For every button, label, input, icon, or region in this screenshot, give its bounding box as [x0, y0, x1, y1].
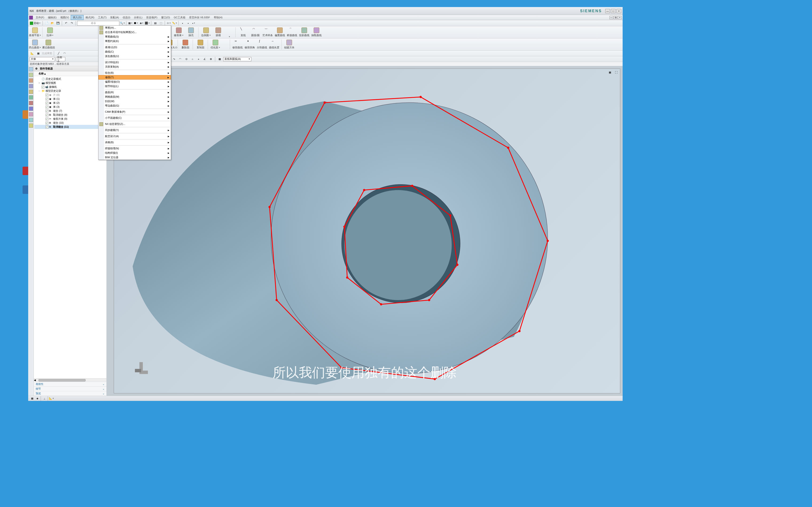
meas-icon[interactable]: 📏▼ [172, 21, 177, 26]
dropdown-item[interactable]: 细节特征(L)▶ [98, 84, 171, 89]
view-fit[interactable]: ▦ [607, 70, 613, 75]
tree-item[interactable]: ✓⧉取消缝合 (8) [34, 113, 106, 117]
tab-10[interactable] [29, 118, 33, 122]
ext1-icon[interactable]: • [180, 21, 185, 26]
maximize-button[interactable]: □ [611, 9, 616, 13]
mdi-close[interactable]: × [618, 16, 622, 19]
close-button[interactable]: × [616, 9, 621, 13]
mdi-restore[interactable]: ⧉ [614, 16, 617, 19]
tab-9[interactable] [29, 112, 33, 116]
dropdown-item[interactable]: CAM 数据准备(P)▶ [98, 110, 171, 114]
dropdown-item[interactable]: 弯边曲面(G)▶ [98, 104, 171, 108]
f16[interactable]: ▦ [217, 57, 222, 62]
spline-button[interactable]: 〰艺术样条 [262, 27, 273, 38]
tree-hscroll[interactable]: ◀ [34, 378, 106, 382]
save-button[interactable]: 💾 [55, 21, 61, 26]
tree-item[interactable]: ✓✂修剪片体 (9) [34, 117, 106, 121]
project-curve-button[interactable]: 投影曲线 [298, 27, 310, 38]
menu-view[interactable]: 视图(V) [58, 15, 71, 20]
menu-format[interactable]: 格式(R) [84, 15, 96, 20]
menu-edit[interactable]: 编辑(E) [46, 15, 58, 20]
minimize-button[interactable]: — [605, 9, 610, 13]
sk2[interactable]: ◠ [62, 51, 67, 56]
tab-4[interactable] [29, 84, 33, 88]
f12[interactable]: ○ [190, 57, 195, 62]
grid-icon[interactable]: ▦▼ [128, 21, 133, 26]
dropdown-item[interactable]: 草图约束(K)▶ [98, 39, 171, 44]
tab-7[interactable] [29, 101, 33, 105]
dropdown-item[interactable]: 关联复制(A)▶ [98, 64, 171, 69]
scope-filter[interactable]: 仅在工 [56, 57, 65, 61]
sb1[interactable]: ▦ [30, 396, 35, 401]
undo-button[interactable]: ↶ [63, 21, 68, 26]
dropdown-item[interactable]: 在任务环境中绘制草图(V)... [98, 30, 171, 35]
dropdown-item[interactable]: 同步建模(Y)▶ [98, 128, 171, 132]
edge-blend-button[interactable]: 边倒圆▼ [200, 27, 212, 38]
view-icon[interactable]: ◈▼ [139, 21, 144, 26]
tab-6[interactable] [29, 95, 33, 100]
redo-button[interactable]: ↷ [69, 21, 74, 26]
nav-column-name[interactable]: 名称 ▲ [34, 71, 106, 76]
dropdown-item[interactable]: 曲线(C)▶ [98, 50, 171, 54]
f15[interactable]: ⊕ [208, 57, 213, 62]
sb4[interactable]: 📐▼ [49, 396, 54, 401]
arc-button[interactable]: ◠圆弧/圆 [250, 27, 261, 38]
dropdown-item[interactable]: NX 创意塑型(Z)... [98, 122, 171, 126]
dropdown-item[interactable]: 偏置/缩放(O)▶ [98, 79, 171, 84]
dropdown-item[interactable]: 派生曲线(U)▶ [98, 54, 171, 58]
dropdown-item[interactable]: 扫掠(W)▶ [98, 99, 171, 104]
dropdown-item[interactable]: 基准/点(D)▶ [98, 45, 171, 50]
curve-rule-filter[interactable]: 直线和圆弧(A)▼ [223, 57, 251, 61]
optimize-face-button[interactable]: 优化面▼ [210, 39, 221, 50]
copy-face-button[interactable]: 复制面 [195, 39, 206, 50]
extract-curve-button[interactable]: 抽取曲线 [311, 27, 322, 38]
new-button[interactable]: 📄 [44, 21, 49, 26]
tree-item[interactable]: ✓⧉缝合 (7) [34, 109, 106, 113]
sb2[interactable]: ◈ [35, 396, 40, 401]
tree-model-view[interactable]: +📷模型视图 [34, 81, 106, 85]
search-button[interactable]: 🔍▼ [120, 21, 125, 26]
tab-11[interactable] [29, 123, 33, 128]
split-curve-button[interactable]: ʃ分割曲线 [256, 39, 268, 50]
command-finder[interactable]: 命令 [77, 21, 119, 25]
tree-item[interactable]: ✓◉体 (3) [34, 105, 106, 109]
dropdown-item[interactable]: 组合(B)▶ [98, 71, 171, 75]
f10[interactable]: ◠ [177, 57, 183, 62]
f9[interactable]: ∿ [171, 57, 177, 62]
dropdown-item[interactable]: 表格(B)▶ [98, 140, 171, 145]
menu-window[interactable]: 窗口(O) [159, 15, 172, 20]
through-curves-button[interactable]: 通过曲线组 [41, 39, 55, 50]
tree-item[interactable]: ✓◉片 (0) [34, 93, 106, 97]
viewport[interactable]: □ [107, 66, 623, 396]
box-icon[interactable]: ⬚ [158, 21, 163, 26]
type-filter[interactable]: 片体▼ [30, 57, 55, 61]
gear-icon[interactable]: ⚙ [35, 67, 39, 70]
trim-curve-button[interactable]: ✂修剪曲线 [232, 39, 243, 50]
dropdown-item[interactable]: 设计特征(E)▶ [98, 60, 171, 64]
menu-analysis[interactable]: 分析(L) [132, 15, 144, 20]
tab-part-nav[interactable] [29, 67, 33, 71]
tab-8[interactable] [29, 107, 33, 111]
offset-curve-button[interactable]: 偏置曲线 [274, 27, 286, 38]
dropdown-item[interactable]: BIW 定位器▶ [98, 155, 171, 160]
dropdown-item[interactable]: 网格曲面(M)▶ [98, 95, 171, 99]
tab-3[interactable] [29, 78, 33, 82]
tree-item[interactable]: ✓◉体 (2) [34, 101, 106, 105]
tree-item-selected[interactable]: ✓⧉取消缝合 (11) [34, 125, 106, 129]
draft-button[interactable]: 拔模 [212, 27, 224, 38]
trim-body-button[interactable]: 修剪体▼ [173, 27, 185, 38]
sketch-t2[interactable]: ▦ [36, 51, 41, 56]
f11[interactable]: ⊙ [184, 57, 189, 62]
menu-info[interactable]: 信息(I) [121, 15, 132, 20]
cube-icon[interactable]: ⬛▼ [145, 21, 150, 26]
menu-insert[interactable]: 插入(S) [71, 15, 84, 20]
tree-model-history[interactable]: −📁模型历史记录 [34, 89, 106, 93]
create-box-button[interactable]: 创建方块 [283, 39, 295, 50]
tree-camera[interactable]: ✓📹摄像机 [34, 85, 106, 89]
tab-assy-nav[interactable] [29, 73, 33, 77]
four-point-surface-button[interactable]: 四点曲面▼ [29, 39, 41, 50]
bridge-curve-button[interactable]: ⌒桥接曲线 [286, 27, 298, 38]
model-view-canvas[interactable] [114, 69, 620, 393]
accordion-details[interactable]: 细节⌄ [34, 386, 106, 391]
menu-gctools[interactable]: GC工具箱 [172, 15, 187, 20]
